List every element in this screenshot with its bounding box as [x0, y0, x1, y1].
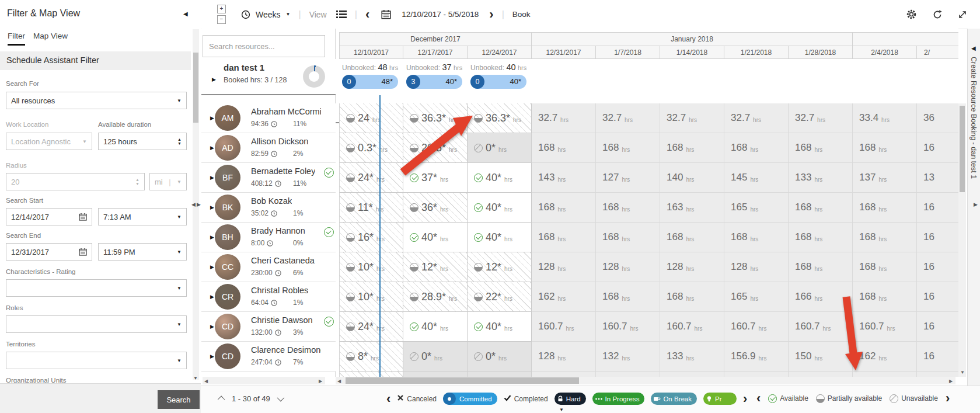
expander-icon[interactable]: ▶	[210, 115, 214, 121]
cell-hours-unit[interactable]: hrs	[557, 236, 566, 242]
schedule-cell[interactable]: 33.4hrs	[853, 103, 917, 133]
unbooked-pill[interactable]: 048*	[342, 75, 398, 89]
schedule-cell[interactable]	[789, 372, 853, 377]
list-view-icon[interactable]	[336, 10, 347, 19]
calendar-icon[interactable]	[381, 9, 391, 19]
partially-available-icon[interactable]	[410, 144, 418, 152]
schedule-cell[interactable]: 0.3*hrs	[339, 133, 403, 163]
schedule-cell[interactable]: 168hrs	[853, 223, 917, 252]
schedule-cell[interactable]: 166hrs	[789, 282, 853, 312]
schedule-cell[interactable]: 168hrs	[789, 223, 853, 252]
schedule-cell[interactable]: 168hrs	[660, 223, 724, 252]
resource-utilization[interactable]: 7%	[293, 358, 303, 366]
resource-hscrollbar[interactable]	[203, 377, 325, 384]
schedule-cell[interactable]: 168hrs	[724, 133, 789, 163]
collapse-pager-icon[interactable]	[218, 396, 225, 404]
expander-icon[interactable]: ▶	[210, 175, 214, 181]
cell-hours-value[interactable]: 32.7	[795, 112, 814, 124]
completed-check-icon[interactable]	[504, 394, 511, 403]
cell-hours-value[interactable]: 168	[602, 291, 619, 303]
schedule-cell[interactable]: 0*hrs	[468, 342, 532, 372]
cell-hours-unit[interactable]: hrs	[878, 296, 887, 302]
grid-vscroll-thumb[interactable]	[960, 106, 965, 192]
cell-hours-unit[interactable]: hrs	[878, 147, 887, 153]
cell-hours-value[interactable]: 160.7	[602, 321, 627, 332]
schedule-cell[interactable]: 16	[917, 133, 958, 163]
partially-available-icon[interactable]	[346, 114, 355, 123]
schedule-cell[interactable]: 168hrs	[660, 133, 724, 163]
partially-available-icon[interactable]	[346, 322, 355, 331]
cell-hours-value[interactable]: 128	[538, 350, 554, 362]
cell-hours-unit[interactable]: hrs	[686, 296, 694, 302]
legend-label[interactable]: Committed	[459, 395, 492, 402]
cell-hours-value[interactable]: 137	[859, 172, 876, 183]
legend-prev-icon[interactable]: ‹	[386, 393, 390, 405]
cell-hours-unit[interactable]: hrs	[759, 355, 767, 362]
cell-hours-unit[interactable]: hrs	[750, 176, 758, 183]
grid-row[interactable]: 24*hrs40*hrs40*hrs160.7hrs160.7hrs160.7h…	[339, 312, 958, 342]
schedule-cell[interactable]: 32.7hrs	[660, 103, 724, 133]
cell-hours-value[interactable]: 168	[859, 261, 876, 273]
avatar[interactable]: BF	[215, 165, 240, 190]
schedule-cell[interactable]: 168hrs	[789, 252, 853, 282]
cell-hours-value[interactable]: 16	[923, 321, 934, 332]
cell-hours-unit[interactable]: hrs	[449, 117, 457, 123]
schedule-cell[interactable]: 32.7hrs	[596, 103, 660, 133]
schedule-cell[interactable]: 128hrs	[660, 252, 724, 282]
schedule-cell[interactable]: 132hrs	[596, 342, 660, 372]
cell-hours-value[interactable]: 162	[538, 291, 554, 303]
available-icon[interactable]	[474, 203, 483, 212]
cell-hours-unit[interactable]: hrs	[814, 206, 822, 213]
cell-hours-value[interactable]: 168	[538, 231, 554, 243]
schedule-cell[interactable]: 133hrs	[789, 163, 853, 193]
panel-handle-icon[interactable]: ▶	[974, 202, 978, 207]
cell-hours-unit[interactable]: hrs	[686, 236, 694, 242]
cell-hours-value[interactable]: 12*	[486, 261, 501, 273]
scroll-right-icon[interactable]: ▶	[949, 379, 953, 384]
cell-hours-value[interactable]: 163	[667, 202, 683, 213]
schedule-cell[interactable]	[724, 372, 789, 377]
schedule-cell[interactable]: 143hrs	[532, 163, 596, 193]
cell-hours-value[interactable]: 168	[602, 231, 619, 243]
cup-icon[interactable]	[653, 395, 661, 402]
cell-hours-unit[interactable]: hrs	[566, 325, 574, 332]
booked-count-badge[interactable]: 0	[470, 75, 484, 89]
radius-unit-dropdown[interactable]: mi | ▼	[149, 173, 187, 190]
cell-hours-value[interactable]: 36.3*	[421, 112, 446, 124]
date-range[interactable]: 12/10/2017 - 5/5/2018	[402, 10, 479, 19]
cell-hours-unit[interactable]: hrs	[878, 176, 887, 183]
schedule-cell[interactable]: 16	[917, 252, 958, 282]
cell-hours-value[interactable]: 128	[667, 261, 683, 273]
partially-available-icon[interactable]	[410, 114, 418, 123]
cell-hours-value[interactable]: 168	[602, 142, 619, 154]
schedule-cell[interactable]: 160.7hrs	[853, 312, 917, 342]
schedule-cell[interactable]: 160.7hrs	[660, 312, 724, 342]
cell-hours-value[interactable]: 37*	[421, 172, 437, 184]
dot-icon[interactable]	[443, 393, 456, 405]
cell-hours-unit[interactable]: hrs	[557, 147, 566, 153]
avatar[interactable]: CD	[215, 314, 240, 339]
schedule-cell[interactable]: 10*hrs	[339, 282, 403, 312]
unbooked-pill[interactable]: 340*	[406, 75, 462, 89]
cell-hours-value[interactable]: 160.7	[667, 321, 692, 332]
calendar-icon[interactable]	[79, 213, 87, 221]
schedule-cell[interactable]: 127hrs	[596, 163, 660, 193]
resource-hours[interactable]: 94:36	[251, 120, 277, 128]
cell-hours-unit[interactable]: hrs	[814, 176, 822, 183]
cell-hours-unit[interactable]: hrs	[560, 117, 569, 123]
cell-hours-unit[interactable]: hrs	[814, 236, 822, 242]
unavailable-icon[interactable]	[890, 394, 898, 403]
resource-utilization[interactable]: 11%	[293, 120, 306, 128]
cell-hours-value[interactable]: 36	[923, 112, 934, 124]
cell-hours-value[interactable]: 160.7	[859, 321, 884, 332]
cell-hours-unit[interactable]: hrs	[686, 147, 694, 153]
available-icon[interactable]	[410, 233, 418, 242]
cell-hours-value[interactable]: 36*	[421, 202, 437, 214]
unbooked-label[interactable]: Unbooked: 48 hrs	[342, 63, 403, 72]
week-header[interactable]: 2/	[917, 46, 958, 59]
cell-hours-value[interactable]: 10*	[358, 261, 374, 273]
avatar[interactable]: CC	[215, 254, 240, 280]
legend-label[interactable]: Hard	[566, 395, 581, 402]
search-start-time[interactable]: 7:13 AM ▼	[98, 208, 187, 225]
schedule-cell[interactable]: 37*hrs	[403, 163, 468, 193]
